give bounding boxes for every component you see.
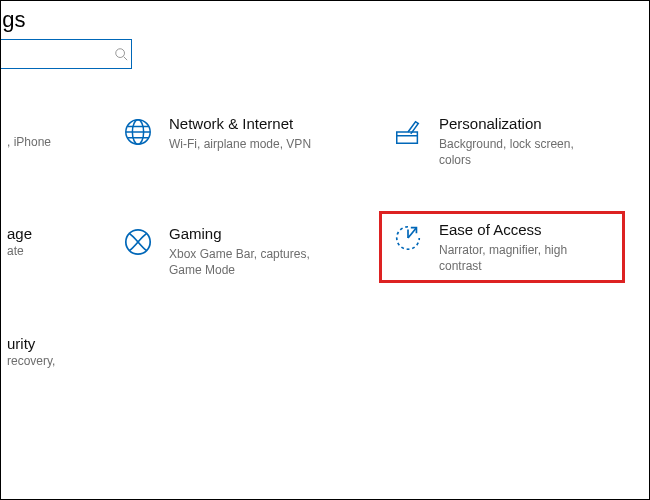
tile-gaming[interactable]: Gaming Xbox Game Bar, captures, Game Mod… <box>121 225 361 278</box>
settings-window: ttings , iPhone age ate urity recovery, <box>0 0 650 500</box>
tile-subtitle: Background, lock screen, colors <box>439 136 609 168</box>
tile-subtitle: Xbox Game Bar, captures, Game Mode <box>169 246 339 278</box>
tile-title: Gaming <box>169 225 339 244</box>
tile-time-language-fragment[interactable]: age ate <box>7 225 32 258</box>
tile-ease-of-access[interactable]: Ease of Access Narrator, magnifier, high… <box>391 221 631 274</box>
tile-title: Ease of Access <box>439 221 609 240</box>
svg-line-1 <box>124 57 128 61</box>
ease-of-access-icon <box>391 221 425 255</box>
tile-personalization[interactable]: Personalization Background, lock screen,… <box>391 115 631 168</box>
tile-title: Personalization <box>439 115 609 134</box>
page-title: ttings <box>0 7 649 33</box>
svg-point-0 <box>116 49 125 58</box>
xbox-icon <box>121 225 155 259</box>
svg-rect-5 <box>397 132 418 143</box>
svg-line-9 <box>408 228 416 238</box>
paintbrush-icon <box>391 115 425 149</box>
tile-network[interactable]: Network & Internet Wi-Fi, airplane mode,… <box>121 115 361 152</box>
tile-title: Network & Internet <box>169 115 311 134</box>
search-input[interactable] <box>0 40 111 68</box>
tile-update-security-fragment[interactable]: urity recovery, <box>7 335 55 368</box>
globe-icon <box>121 115 155 149</box>
tile-phone-fragment[interactable]: , iPhone <box>7 133 51 149</box>
tile-subtitle: Wi-Fi, airplane mode, VPN <box>169 136 311 152</box>
header: ttings <box>1 1 649 85</box>
categories-grid: , iPhone age ate urity recovery, Network… <box>1 85 649 445</box>
search-box[interactable] <box>0 39 132 69</box>
tile-subtitle: Narrator, magnifier, high contrast <box>439 242 609 274</box>
search-icon <box>111 47 131 61</box>
